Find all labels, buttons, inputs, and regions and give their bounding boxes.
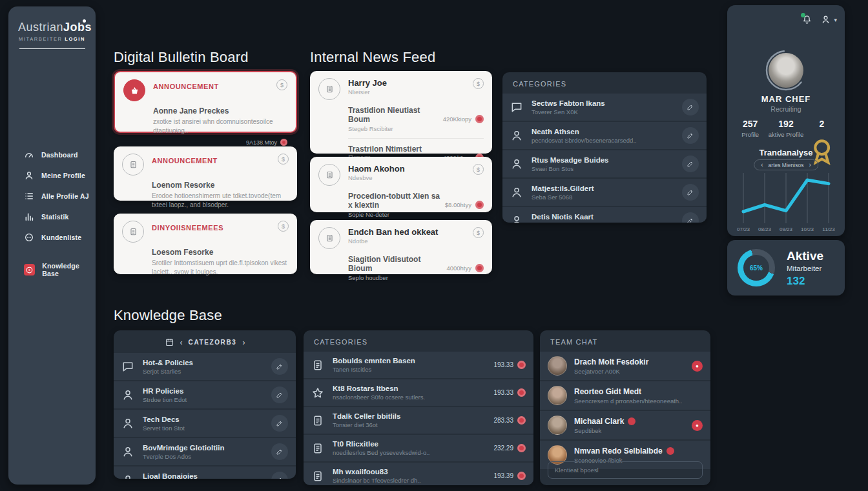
- sidebar-item-knowledge-base[interactable]: Knowledge Base: [8, 257, 96, 283]
- dollar-badge-icon[interactable]: $: [278, 221, 289, 232]
- edit-icon[interactable]: [682, 99, 699, 115]
- category-title: Bobulds emnten Basen: [333, 357, 415, 365]
- chevron-down-icon[interactable]: ▾: [834, 17, 837, 23]
- trend-axis-labels: 07/23 08/23 09/23 10/23 11/23: [734, 226, 838, 232]
- edit-icon[interactable]: [682, 155, 699, 172]
- announcement-icon: [122, 221, 144, 243]
- category-title: Matjest:ils.Gildert: [532, 185, 594, 192]
- category-row[interactable]: Rtus Mesadge BuidesSvaei Bon Stos: [502, 150, 707, 177]
- announcement-card[interactable]: DINYOIISNEEMEES $ Loesom Fesorke Srotile…: [114, 214, 297, 274]
- team-chat-panel: TEAM CHAT Drach Molt FesdokirSeejatvoer …: [540, 330, 710, 485]
- chat-icon: [121, 360, 134, 373]
- chevron-left-icon[interactable]: ‹: [761, 161, 763, 168]
- chat-message-input[interactable]: [548, 461, 703, 479]
- category-row[interactable]: Sectws Fabton IkansToverer Sen X0K: [502, 94, 707, 121]
- announcement-label: ANNOUNCEMENT: [152, 154, 218, 165]
- news-author: Endch Ban hed okkeat: [348, 227, 438, 237]
- kb-row[interactable]: BovMrimdge GlotioltiinTverple Dos Ados: [114, 438, 296, 465]
- sidebar-nav: Dashboard Meine Profile Alle Profile AJ …: [8, 145, 96, 283]
- person-icon: [510, 157, 523, 170]
- dollar-badge-icon[interactable]: $: [276, 79, 287, 90]
- sidebar-item-dashboard[interactable]: Dashboard: [8, 145, 96, 165]
- news-item[interactable]: Procedion-tobutt Xien sa x klextinSopie …: [348, 192, 484, 218]
- chevron-right-icon[interactable]: ›: [242, 339, 245, 346]
- category-row[interactable]: Bobulds emnten BasenTanen Istcitles 193.…: [304, 352, 533, 378]
- edit-icon[interactable]: [682, 127, 699, 144]
- edit-icon[interactable]: [271, 415, 288, 432]
- chevron-right-icon[interactable]: ›: [809, 161, 811, 168]
- status-badge: [628, 417, 636, 425]
- chat-member-row[interactable]: Reorteo Gidt MedtSeencresem d prronsben/…: [540, 381, 710, 410]
- edit-icon[interactable]: [271, 358, 288, 375]
- logo-text: AustrianJobs: [8, 21, 96, 34]
- dollar-badge-icon[interactable]: $: [473, 227, 484, 238]
- category-subtitle: Tonsier diet 36ot: [333, 421, 400, 428]
- bell-icon[interactable]: [801, 14, 812, 25]
- news-item-title: Trastidion Nieutiast Boum: [348, 106, 443, 124]
- news-author-icon: [318, 78, 340, 100]
- news-card[interactable]: Haom AkohonNdesbve $ Procedion-tobutt Xi…: [310, 157, 492, 212]
- unread-dot-icon: [517, 472, 526, 480]
- news-item-subtitle: Seplo houdber: [348, 274, 446, 281]
- category-value: 193.33: [493, 389, 513, 396]
- news-item[interactable]: Siagition Vidisutoot BioumSeplo houdber …: [348, 255, 484, 281]
- sidebar-item-alle-profile[interactable]: Alle Profile AJ: [8, 186, 96, 206]
- category-row[interactable]: Neath Athsenpecndosvat Sbrdov/beseneraca…: [502, 122, 707, 149]
- category-row[interactable]: Kt8 Rostars Itbesnnsaclonsbeer S0fo ocse…: [304, 379, 533, 406]
- active-count: 132: [787, 275, 805, 288]
- tagline-part2: LOGIN: [65, 36, 85, 42]
- chevron-left-icon[interactable]: ‹: [180, 339, 183, 346]
- edit-icon[interactable]: [271, 386, 288, 403]
- news-item-title: Siagition Vidisutoot Bioum: [348, 255, 446, 273]
- dollar-badge-icon[interactable]: $: [473, 164, 484, 175]
- dollar-badge-icon[interactable]: $: [278, 154, 289, 165]
- sidebar-item-kundenliste[interactable]: Kundenliste: [8, 227, 96, 248]
- sidebar-item-meine-profile[interactable]: Meine Profile: [8, 165, 96, 186]
- account-icon[interactable]: [820, 14, 831, 25]
- announcement-card[interactable]: ANNOUNCEMENT $ Loenom Resorke Erodoe hot…: [114, 146, 297, 201]
- category-row[interactable]: Tdalk Celler bbitlilsTonsier diet 36ot 2…: [304, 407, 533, 434]
- kb-row[interactable]: HR PoliciesStrdoe tion Edot: [114, 381, 296, 408]
- announcement-title: Aonne Jane Preckes: [153, 106, 287, 115]
- category-subtitle: pecndosvat Sbrdov/beseneracarsedd..: [532, 137, 637, 144]
- dollar-badge-icon[interactable]: $: [473, 78, 484, 89]
- chat-member-row[interactable]: Michaal ClarkSepdtibek ●: [540, 411, 710, 439]
- bar-chart-icon: [24, 212, 34, 222]
- kb-row[interactable]: Hot-& PoliciesSerjot Starlies: [114, 353, 296, 380]
- person-icon: [510, 129, 523, 142]
- unread-dot-icon: [517, 361, 526, 369]
- category-subtitle: Sindslnaor bc Tfeovesledrer dh..: [333, 477, 421, 484]
- news-item[interactable]: Trastidion Nieutiast BoumStegeb Rscibite…: [348, 106, 484, 132]
- category-row[interactable]: Detis Niotis KaartSwess dien Dtbs: [502, 207, 707, 223]
- category-row[interactable]: Tt0 Rlicxitleenoedilesrlos Bed yosevevks…: [304, 435, 533, 461]
- edit-icon[interactable]: [682, 212, 699, 223]
- edit-icon[interactable]: [271, 443, 288, 460]
- announcement-card[interactable]: ANNOUNCEMENT $ Aonne Jane Preckes zxotke…: [114, 71, 297, 133]
- unread-dot-icon: [475, 115, 484, 123]
- unread-dot-icon: [517, 388, 526, 397]
- news-card[interactable]: Endch Ban hed okkeatNdotbe $ Siagition V…: [310, 220, 492, 274]
- categories-mid-panel: CATEGORIES Bobulds emnten BasenTanen Ist…: [304, 330, 533, 485]
- announcement-icon: [122, 154, 144, 175]
- chat-member-row[interactable]: Drach Molt FesdokirSeejatvoer A00K ●: [540, 352, 710, 380]
- notification-badge: ●: [692, 420, 703, 431]
- unread-dot-icon: [475, 201, 484, 209]
- unread-dot-icon: [280, 139, 287, 146]
- kb-row[interactable]: Tech DecsServet tion Stot: [114, 410, 296, 437]
- profile-name: MAR CHEF: [727, 94, 845, 104]
- avatar: [548, 416, 567, 435]
- category-row[interactable]: Matjest:ils.GildertSeba Ser 5068: [502, 179, 707, 206]
- category-value: 283.33: [493, 417, 513, 424]
- sidebar-item-statistik[interactable]: Statistik: [8, 206, 96, 227]
- avatar: [548, 386, 567, 405]
- edit-icon[interactable]: [682, 184, 699, 201]
- person-icon: [121, 417, 134, 430]
- kb-row[interactable]: Lioal BonaioiesSerjee don Edot: [114, 466, 296, 479]
- news-card[interactable]: Harry JoeNlieisier $ Trastidion Nieutias…: [310, 71, 492, 154]
- category-title: Neath Athsen: [532, 128, 637, 135]
- kb-subtitle: Servet tion Stot: [143, 425, 185, 432]
- category-row[interactable]: Mh wxaiifoou83Sindslnaor bc Tfeovesledre…: [304, 463, 533, 485]
- category-subtitle: nsaclonsbeer S0fo ocsere sutlers.: [333, 394, 425, 401]
- edit-icon[interactable]: [271, 472, 288, 479]
- star-icon: [311, 386, 324, 399]
